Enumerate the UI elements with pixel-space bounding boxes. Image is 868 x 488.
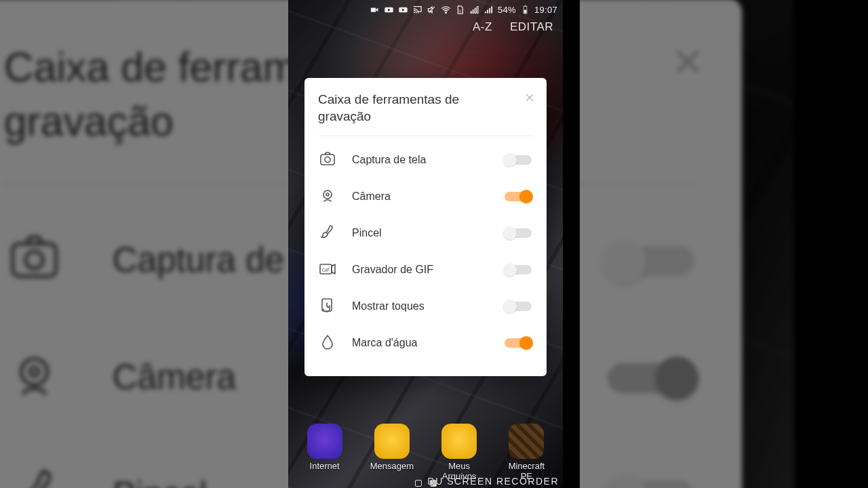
blurred-side-right: 1 54% 19:07 A-Z EDITAR Caixa de ferram [580, 0, 868, 488]
setting-row: Captura de tela [4, 203, 288, 321]
signal-icon [469, 5, 479, 15]
setting-label: Câmera [352, 190, 503, 203]
app-shortcut[interactable]: MeusArquivos [426, 424, 493, 481]
youtube-icon [384, 5, 394, 15]
youtube-icon [398, 5, 408, 15]
dialog-title: Caixa de ferramentas de gravação [4, 42, 288, 149]
wallpaper [0, 0, 288, 488]
setting-row: Câmera [318, 178, 533, 215]
app-dock: InternetMensagemMeusArquivosMinecraftPE [288, 424, 563, 481]
setting-label: Pincel [352, 227, 503, 239]
dialog-title: Caixa de ferramentas de gravação [318, 92, 510, 125]
battery-percent: 54% [498, 5, 516, 15]
close-button[interactable] [664, 38, 711, 85]
toggle-switch[interactable] [503, 226, 533, 241]
svg-rect-16 [524, 5, 526, 6]
setting-label: Câmera [113, 359, 288, 399]
recording-toolkit-dialog: Caixa de ferramentas de gravação Captura… [0, 0, 288, 488]
recorder-watermark: DU SCREEN RECORDER [428, 476, 559, 487]
toggle-switch[interactable] [503, 262, 533, 277]
app-icon [441, 424, 477, 459]
battery-icon [520, 5, 530, 15]
wallpaper [580, 0, 794, 488]
setting-row: Pincel [580, 438, 698, 488]
app-icon [509, 424, 544, 459]
svg-rect-17 [524, 9, 527, 13]
gif-icon [318, 260, 338, 280]
modal-scrim[interactable] [580, 0, 794, 488]
app-label: Meus [448, 462, 470, 471]
setting-label: Captura de tela [580, 243, 603, 282]
toggle-switch[interactable] [503, 299, 533, 314]
svg-text:1: 1 [459, 7, 462, 12]
camera-icon [4, 346, 69, 411]
app-shortcut[interactable]: Mensagem [358, 424, 425, 481]
setting-row: Marca d'água [318, 325, 533, 361]
toggle-switch[interactable] [603, 472, 698, 488]
app-shortcut[interactable]: MinecraftPE [493, 424, 560, 481]
setting-label: Câmera [580, 359, 603, 399]
setting-row: Câmera [580, 321, 698, 438]
setting-row: Captura de tela [580, 203, 698, 321]
cast-icon [412, 5, 422, 15]
setting-row: Pincel [318, 215, 533, 251]
setting-label: Captura de tela [113, 243, 288, 282]
app-icon [374, 424, 410, 459]
close-button[interactable] [522, 90, 537, 105]
setting-row: Pincel [4, 438, 288, 488]
setting-label: Pincel [113, 476, 288, 488]
camera-icon [318, 186, 338, 207]
app-label: Internet [310, 462, 340, 471]
toggle-switch[interactable] [503, 336, 533, 350]
brush-icon [4, 464, 69, 488]
setting-label: Pincel [580, 476, 603, 488]
modal-scrim[interactable] [0, 0, 288, 488]
toggle-switch[interactable] [503, 152, 533, 167]
recording-toolkit-dialog: Caixa de ferramentas de gravação Captura… [580, 0, 742, 488]
toggle-switch[interactable] [603, 355, 698, 403]
app-label: Minecraft [509, 462, 545, 471]
setting-row: Mostrar toques [318, 288, 533, 325]
mute-icon [427, 5, 437, 15]
clock: 19:07 [534, 5, 557, 15]
signal-icon [484, 5, 494, 15]
setting-label: Captura de tela [352, 154, 503, 166]
screenshot-icon [4, 229, 69, 294]
blurred-side-left: 1 54% 19:07 A-Z EDITAR Caixa de ferram [0, 0, 288, 488]
sim-icon: 1 [455, 5, 465, 15]
status-bar: 1 54% 19:07 [288, 0, 563, 18]
setting-row: Câmera [4, 321, 288, 438]
app-icon [307, 424, 342, 459]
toggle-switch[interactable] [603, 238, 698, 285]
setting-row: Captura de tela [318, 142, 533, 178]
screenshot-icon [318, 150, 338, 170]
dialog-title: Caixa de ferramentas de gravação [580, 42, 625, 149]
recording-toolkit-dialog: Caixa de ferramentas de gravação Captura… [304, 78, 547, 376]
videocam-icon [370, 5, 380, 15]
touches-icon [318, 296, 338, 317]
setting-row: Gravador de GIF [318, 251, 533, 288]
toggle-switch[interactable] [503, 189, 533, 204]
setting-label: Marca d'água [352, 337, 503, 349]
setting-label: Mostrar toques [352, 300, 503, 312]
app-shortcut[interactable]: Internet [291, 424, 358, 481]
app-label: Mensagem [370, 462, 414, 471]
edit-button[interactable]: EDITAR [510, 20, 553, 34]
brush-icon [318, 223, 338, 243]
sort-az[interactable]: A-Z [473, 20, 492, 34]
watermark-icon [318, 333, 338, 353]
setting-label: Gravador de GIF [352, 264, 503, 276]
wifi-icon [441, 5, 451, 15]
